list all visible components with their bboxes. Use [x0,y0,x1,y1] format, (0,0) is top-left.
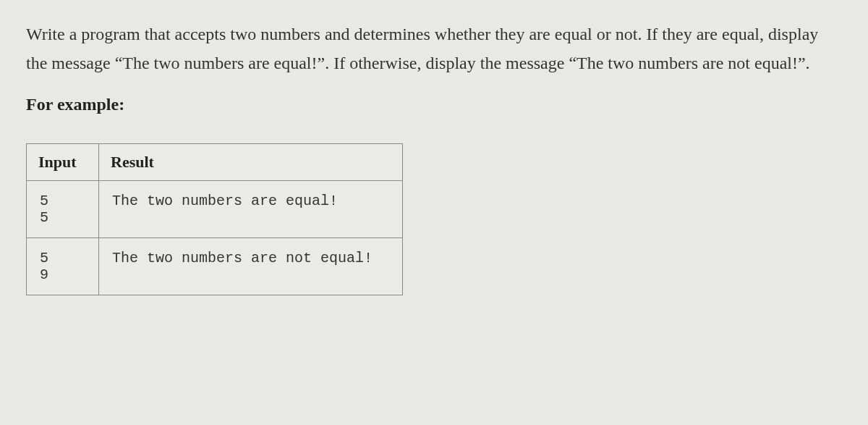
table-header-row: Input Result [27,144,403,181]
table-row: 5 5 The two numbers are equal! [27,181,403,238]
question-text: Write a program that accepts two numbers… [26,20,842,77]
header-input: Input [27,144,99,181]
example-table: Input Result 5 5 The two numbers are equ… [26,143,403,295]
header-result: Result [99,144,403,181]
cell-input: 5 9 [27,238,99,295]
cell-result: The two numbers are not equal! [99,238,403,295]
cell-result: The two numbers are equal! [99,181,403,238]
example-label: For example: [26,95,842,114]
table-row: 5 9 The two numbers are not equal! [27,238,403,295]
cell-input: 5 5 [27,181,99,238]
